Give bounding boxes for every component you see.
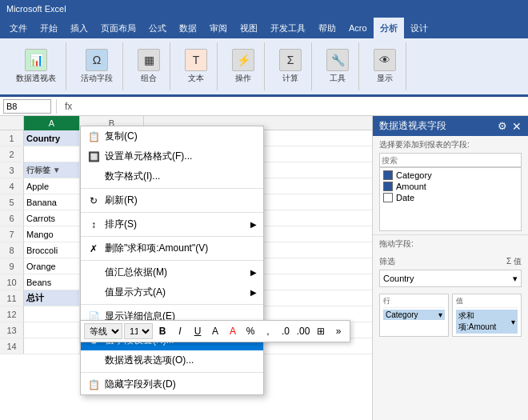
field-item-amount[interactable]: Amount: [382, 181, 519, 192]
tab-pagelayout[interactable]: 页面布局: [94, 18, 142, 38]
tab-home[interactable]: 开始: [34, 18, 64, 38]
amount-label: Amount: [396, 182, 426, 191]
tab-acro[interactable]: Acro: [342, 18, 374, 38]
menu-summarize[interactable]: 值汇总依据(M) ▶: [81, 262, 263, 282]
text-icon: T: [185, 49, 207, 71]
panel-gear-icon[interactable]: ⚙: [498, 120, 507, 132]
font-color-button[interactable]: A: [225, 323, 241, 339]
cell-a11[interactable]: 总计: [24, 290, 80, 306]
ribbon-content: 📊 数据透视表 Ω 活动字段 ▦ 组合 T 文本 ⚡ 操作: [0, 38, 528, 96]
field-search-input[interactable]: [379, 153, 522, 167]
bold-button[interactable]: B: [154, 323, 170, 339]
btn-text[interactable]: T 文本: [182, 47, 210, 86]
btn-pivot-table[interactable]: 📊 数据透视表: [13, 47, 59, 86]
category-checkbox[interactable]: [383, 170, 393, 180]
cell-a10[interactable]: Beans: [24, 274, 80, 290]
cell-a13[interactable]: [24, 322, 80, 338]
btn-actions[interactable]: ⚡ 操作: [229, 47, 258, 86]
date-checkbox[interactable]: [383, 193, 393, 202]
row-num-6: 6: [0, 210, 24, 226]
menu-remove-field[interactable]: ✗ 删除"求和项:Amount"(V): [81, 238, 263, 258]
menu-number-format-label: 数字格式(I)...: [105, 170, 257, 183]
row-area-item[interactable]: Category ▾: [383, 310, 445, 320]
tab-insert[interactable]: 插入: [64, 18, 94, 38]
comma-button[interactable]: ,: [260, 323, 276, 339]
btn-tools[interactable]: 🔧 工具: [323, 47, 352, 86]
row-num-4: 4: [0, 178, 24, 194]
cell-a4[interactable]: Apple: [24, 178, 80, 194]
tab-file[interactable]: 文件: [3, 18, 34, 38]
row-area-title: 行: [383, 296, 445, 308]
tab-review[interactable]: 审阅: [203, 18, 234, 38]
border-button[interactable]: ⊞: [313, 323, 329, 339]
menu-divider-2: [81, 212, 263, 213]
tab-formulas[interactable]: 公式: [142, 18, 173, 38]
tab-data[interactable]: 数据: [173, 18, 203, 38]
name-box[interactable]: B8: [3, 99, 51, 114]
btn-active-field[interactable]: Ω 活动字段: [78, 47, 116, 86]
more-button[interactable]: »: [330, 323, 346, 339]
tab-design[interactable]: 设计: [404, 18, 434, 38]
filter-title: 筛选 Σ 值: [379, 256, 522, 267]
btn-calc[interactable]: Σ 计算: [276, 47, 305, 86]
ribbon-tabs: 文件 开始 插入 页面布局 公式 数据 审阅 视图 开发工具 帮助 Acro 分…: [0, 18, 528, 38]
menu-number-format[interactable]: 数字格式(I)...: [81, 166, 263, 186]
tab-developer[interactable]: 开发工具: [264, 18, 312, 38]
fill-color-button[interactable]: A: [207, 323, 223, 339]
cell-a1[interactable]: Country: [24, 130, 80, 146]
menu-pivot-options[interactable]: 数据透视表选项(O)...: [81, 350, 263, 370]
percent-button[interactable]: %: [242, 323, 258, 339]
tab-analyze[interactable]: 分析: [374, 18, 404, 38]
panel-title: 数据透视表字段: [379, 119, 446, 133]
tab-help[interactable]: 帮助: [312, 18, 342, 38]
cell-a8[interactable]: Broccoli: [24, 242, 80, 258]
col-header-a[interactable]: A: [24, 116, 80, 130]
menu-show-value-label: 值显示方式(A): [105, 286, 246, 299]
show-value-arrow: ▶: [250, 288, 257, 297]
font-size-select[interactable]: 11: [124, 323, 153, 339]
menu-summarize-label: 值汇总依据(M): [105, 266, 246, 279]
cell-a5[interactable]: Banana: [24, 194, 80, 210]
drag-label: 拖动字段:: [373, 235, 528, 253]
app-title: Microsoft Excel: [6, 4, 66, 14]
menu-copy[interactable]: 📋 复制(C): [81, 126, 263, 146]
menu-refresh[interactable]: ↻ 刷新(R): [81, 190, 263, 210]
cell-a14[interactable]: [24, 338, 80, 354]
value-area-item[interactable]: 求和项:Amount ▾: [456, 310, 518, 334]
btn-group[interactable]: ▦ 组合: [134, 47, 163, 86]
cell-a7[interactable]: Mango: [24, 226, 80, 242]
panel-close-button[interactable]: ✕: [512, 120, 522, 133]
row-num-12: 12: [0, 306, 24, 322]
btn-show[interactable]: 👁 显示: [370, 47, 399, 86]
menu-format-cell[interactable]: 🔲 设置单元格格式(F)...: [81, 146, 263, 166]
amount-checkbox[interactable]: [383, 182, 393, 191]
menu-sort[interactable]: ↕ 排序(S) ▶: [81, 214, 263, 234]
cell-a2[interactable]: [24, 146, 80, 162]
remove-field-icon: ✗: [87, 243, 100, 254]
italic-button[interactable]: I: [172, 323, 188, 339]
filter-dropdown-arrow: ▾: [513, 274, 518, 284]
date-label: Date: [396, 193, 414, 202]
context-menu: 📋 复制(C) 🔲 设置单元格格式(F)... 数字格式(I)... ↻ 刷新(…: [80, 126, 264, 395]
cell-a6[interactable]: Carrots: [24, 210, 80, 226]
cell-a3[interactable]: 行标签 ▼: [24, 162, 80, 178]
underline-button[interactable]: U: [190, 323, 206, 339]
row-num-2: 2: [0, 146, 24, 162]
menu-divider-1: [81, 188, 263, 189]
filter-dropdown[interactable]: Country ▾: [379, 270, 522, 287]
calc-icon: Σ: [279, 49, 302, 71]
increase-decimal-button[interactable]: .0: [278, 323, 294, 339]
font-family-select[interactable]: 等线: [84, 323, 122, 339]
field-item-date[interactable]: Date: [382, 192, 519, 203]
tab-view[interactable]: 视图: [234, 18, 264, 38]
cell-a9[interactable]: Orange: [24, 258, 80, 274]
pivot-field-panel: 数据透视表字段 ⚙ ✕ 选择要添加到报表的字段: Category Amount: [372, 116, 528, 420]
cell-a12[interactable]: [24, 306, 80, 322]
row-num-3: 3: [0, 162, 24, 178]
decrease-decimal-button[interactable]: .00: [295, 323, 311, 339]
actions-label: 操作: [235, 73, 251, 84]
menu-show-value[interactable]: 值显示方式(A) ▶: [81, 282, 263, 302]
menu-hide-field-list[interactable]: 📋 隐藏字段列表(D): [81, 374, 263, 394]
menu-divider-5: [81, 304, 263, 305]
field-item-category[interactable]: Category: [382, 170, 519, 181]
